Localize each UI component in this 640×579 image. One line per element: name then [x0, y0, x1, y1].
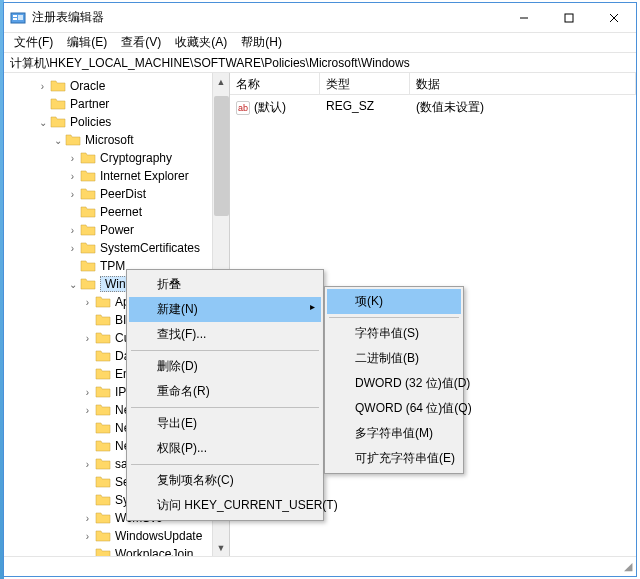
menu-file[interactable]: 文件(F) — [8, 33, 59, 52]
tree-label: WindowsUpdate — [115, 529, 208, 543]
value-name: (默认) — [254, 100, 286, 114]
scroll-down-icon[interactable]: ▼ — [213, 539, 229, 556]
expand-icon[interactable]: › — [66, 171, 79, 182]
expand-icon[interactable]: ⌄ — [51, 135, 64, 146]
expand-icon[interactable]: ⌄ — [66, 279, 79, 290]
tree-label: Power — [100, 223, 140, 237]
menu-item[interactable]: 多字符串值(M) — [327, 421, 461, 446]
expand-icon[interactable]: › — [36, 81, 49, 92]
value-type: REG_SZ — [320, 97, 410, 118]
list-row[interactable]: ab(默认) REG_SZ (数值未设置) — [230, 95, 636, 120]
value-name-cell: ab(默认) — [230, 97, 320, 118]
minimize-button[interactable] — [501, 3, 546, 32]
tree-label: Partner — [70, 97, 115, 111]
scroll-up-icon[interactable]: ▲ — [213, 73, 229, 90]
menu-item[interactable]: 字符串值(S) — [327, 321, 461, 346]
menu-item[interactable]: 访问 HKEY_CURRENT_USER(T) — [129, 493, 321, 518]
address-bar[interactable]: 计算机\HKEY_LOCAL_MACHINE\SOFTWARE\Policies… — [4, 53, 636, 73]
menu-item[interactable]: 项(K) — [327, 289, 461, 314]
menu-item[interactable]: 重命名(R) — [129, 379, 321, 404]
svg-rect-3 — [18, 15, 23, 20]
tree-item[interactable]: ›Internet Explorer — [6, 167, 229, 185]
tree-item[interactable]: ›SystemCertificates — [6, 239, 229, 257]
expand-icon[interactable]: › — [81, 333, 94, 344]
title-bar[interactable]: 注册表编辑器 — [4, 3, 636, 33]
context-submenu-new[interactable]: 项(K)字符串值(S)二进制值(B)DWORD (32 位)值(D)QWORD … — [324, 286, 464, 474]
tree-label: SystemCertificates — [100, 241, 206, 255]
menu-favorites[interactable]: 收藏夹(A) — [169, 33, 233, 52]
expand-icon[interactable]: › — [66, 225, 79, 236]
tree-item[interactable]: ›PeerDist — [6, 185, 229, 203]
menu-separator — [131, 350, 319, 351]
tree-label: PeerDist — [100, 187, 152, 201]
expand-icon[interactable]: › — [81, 405, 94, 416]
menu-separator — [131, 407, 319, 408]
tree-item[interactable]: ›Cryptography — [6, 149, 229, 167]
expand-icon[interactable]: › — [66, 153, 79, 164]
tree-item[interactable]: ⌄Microsoft — [6, 131, 229, 149]
tree-item[interactable]: ›WindowsUpdate — [6, 527, 229, 545]
tree-label: Policies — [70, 115, 117, 129]
expand-icon[interactable]: ⌄ — [36, 117, 49, 128]
context-menu[interactable]: 折叠新建(N)查找(F)...删除(D)重命名(R)导出(E)权限(P)...复… — [126, 269, 324, 521]
expand-icon[interactable]: › — [81, 297, 94, 308]
list-header: 名称 类型 数据 — [230, 73, 636, 95]
scroll-thumb[interactable] — [214, 96, 229, 216]
resize-grip-icon[interactable]: ◢ — [624, 560, 632, 573]
svg-rect-2 — [13, 18, 17, 20]
registry-editor-window: 注册表编辑器 文件(F) 编辑(E) 查看(V) 收藏夹(A) 帮助(H) 计算… — [3, 2, 637, 577]
expand-icon[interactable]: › — [81, 531, 94, 542]
menu-item[interactable]: 复制项名称(C) — [129, 468, 321, 493]
window-title: 注册表编辑器 — [32, 9, 501, 26]
tree-item[interactable]: ⌄Policies — [6, 113, 229, 131]
menu-view[interactable]: 查看(V) — [115, 33, 167, 52]
value-data: (数值未设置) — [410, 97, 636, 118]
menu-item[interactable]: 二进制值(B) — [327, 346, 461, 371]
menu-item[interactable]: 权限(P)... — [129, 436, 321, 461]
menu-bar: 文件(F) 编辑(E) 查看(V) 收藏夹(A) 帮助(H) — [4, 33, 636, 53]
tree-item[interactable]: Partner — [6, 95, 229, 113]
close-button[interactable] — [591, 3, 636, 32]
status-bar: ◢ — [4, 556, 636, 576]
expand-icon[interactable]: › — [81, 387, 94, 398]
tree-item[interactable]: ›Oracle — [6, 77, 229, 95]
menu-item[interactable]: DWORD (32 位)值(D) — [327, 371, 461, 396]
menu-separator — [329, 317, 459, 318]
expand-icon[interactable]: › — [81, 513, 94, 524]
svg-rect-5 — [565, 14, 573, 22]
maximize-button[interactable] — [546, 3, 591, 32]
expand-icon[interactable]: › — [66, 189, 79, 200]
menu-separator — [131, 464, 319, 465]
tree-item[interactable]: WorkplaceJoin — [6, 545, 229, 556]
col-type[interactable]: 类型 — [320, 73, 410, 94]
col-data[interactable]: 数据 — [410, 73, 636, 94]
string-value-icon: ab — [236, 101, 250, 115]
expand-icon[interactable]: › — [81, 459, 94, 470]
tree-label: Internet Explorer — [100, 169, 195, 183]
tree-label: WorkplaceJoin — [115, 547, 199, 556]
menu-item[interactable]: 查找(F)... — [129, 322, 321, 347]
tree-item[interactable]: Peernet — [6, 203, 229, 221]
tree-label: Cryptography — [100, 151, 178, 165]
menu-help[interactable]: 帮助(H) — [235, 33, 288, 52]
menu-item[interactable]: QWORD (64 位)值(Q) — [327, 396, 461, 421]
app-icon — [10, 10, 26, 26]
menu-item[interactable]: 折叠 — [129, 272, 321, 297]
menu-item[interactable]: 新建(N) — [129, 297, 321, 322]
tree-label: Oracle — [70, 79, 111, 93]
tree-item[interactable]: ›Power — [6, 221, 229, 239]
menu-item[interactable]: 删除(D) — [129, 354, 321, 379]
menu-item[interactable]: 可扩充字符串值(E) — [327, 446, 461, 471]
tree-label: Microsoft — [85, 133, 140, 147]
svg-rect-1 — [13, 15, 17, 17]
expand-icon[interactable]: › — [66, 243, 79, 254]
menu-item[interactable]: 导出(E) — [129, 411, 321, 436]
menu-edit[interactable]: 编辑(E) — [61, 33, 113, 52]
col-name[interactable]: 名称 — [230, 73, 320, 94]
tree-label: Peernet — [100, 205, 148, 219]
